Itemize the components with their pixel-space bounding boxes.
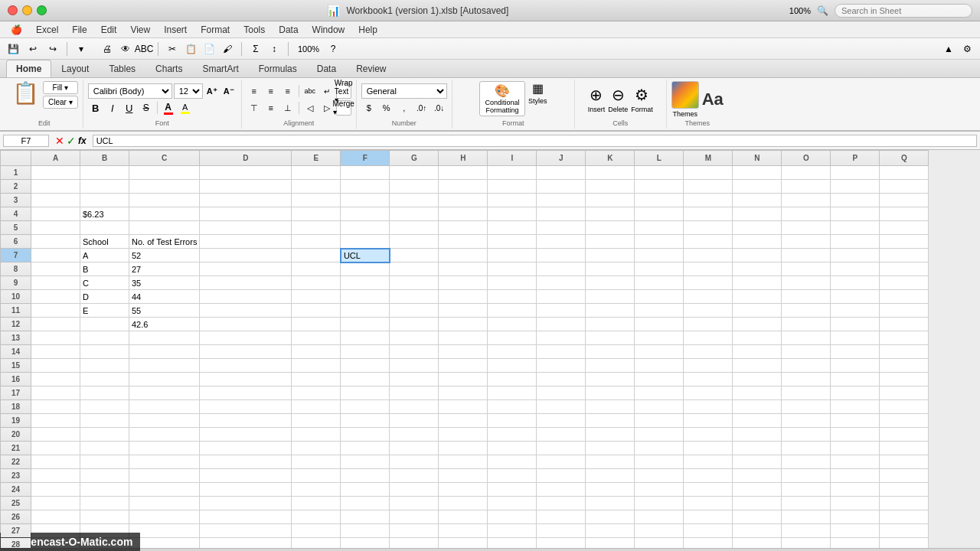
- cell-r20-c8[interactable]: [439, 428, 488, 442]
- cell-r10-c17[interactable]: [880, 290, 929, 304]
- cell-r6-c5[interactable]: [292, 235, 341, 249]
- decrease-decimal-button[interactable]: .0↓: [432, 100, 447, 116]
- cell-r20-c2[interactable]: [80, 428, 129, 442]
- cell-r10-c15[interactable]: [782, 290, 831, 304]
- cell-r13-c12[interactable]: [635, 331, 684, 345]
- cell-r14-c2[interactable]: [80, 345, 129, 359]
- cell-r7-c7[interactable]: [390, 249, 439, 262]
- cell-r16-c8[interactable]: [439, 373, 488, 386]
- cell-r25-c8[interactable]: [439, 497, 488, 510]
- cell-r19-c7[interactable]: [390, 414, 439, 428]
- row-header-27[interactable]: 27: [1, 524, 31, 538]
- strikethrough-button[interactable]: S: [139, 100, 154, 116]
- cell-r6-c7[interactable]: [390, 235, 439, 249]
- cell-r11-c16[interactable]: [831, 304, 880, 318]
- cell-r24-c15[interactable]: [782, 483, 831, 497]
- cell-r26-c9[interactable]: [488, 510, 537, 524]
- cell-r6-c4[interactable]: [200, 235, 292, 249]
- cell-r19-c14[interactable]: [733, 414, 782, 428]
- cell-r4-c1[interactable]: [31, 207, 80, 221]
- cell-r4-c17[interactable]: [880, 207, 929, 221]
- cell-r2-c13[interactable]: [684, 180, 733, 194]
- cell-r11-c9[interactable]: [488, 304, 537, 318]
- col-header-m[interactable]: M: [684, 151, 733, 166]
- cell-r1-c3[interactable]: [129, 166, 200, 180]
- col-header-a[interactable]: A: [31, 151, 80, 166]
- cell-r8-c1[interactable]: [31, 262, 80, 276]
- cell-r2-c9[interactable]: [488, 180, 537, 194]
- cell-r15-c17[interactable]: [880, 359, 929, 373]
- row-header-21[interactable]: 21: [1, 442, 31, 455]
- format-menu[interactable]: Format: [194, 23, 236, 37]
- col-header-i[interactable]: I: [488, 151, 537, 166]
- cell-r17-c5[interactable]: [292, 386, 341, 400]
- cell-r1-c7[interactable]: [390, 166, 439, 180]
- cell-r12-c15[interactable]: [782, 318, 831, 331]
- cell-r5-c15[interactable]: [782, 221, 831, 235]
- row-header-14[interactable]: 14: [1, 345, 31, 359]
- cell-r6-c12[interactable]: [635, 235, 684, 249]
- cell-r5-c16[interactable]: [831, 221, 880, 235]
- maximize-button[interactable]: [37, 5, 47, 15]
- cell-r28-c15[interactable]: [782, 538, 831, 549]
- cell-r9-c6[interactable]: [341, 276, 390, 290]
- cell-r23-c13[interactable]: [684, 469, 733, 483]
- cell-r18-c2[interactable]: [80, 400, 129, 414]
- paste-button[interactable]: 📋: [11, 81, 41, 106]
- print-button[interactable]: 🖨: [99, 41, 116, 57]
- cell-r11-c2[interactable]: E: [80, 304, 129, 318]
- row-header-5[interactable]: 5: [1, 221, 31, 235]
- cell-r17-c15[interactable]: [782, 386, 831, 400]
- align-center-button[interactable]: ≡: [263, 83, 279, 99]
- confirm-formula-icon[interactable]: ✓: [67, 135, 76, 147]
- row-header-24[interactable]: 24: [1, 483, 31, 497]
- cell-r26-c3[interactable]: [129, 510, 200, 524]
- cell-r11-c6[interactable]: [341, 304, 390, 318]
- col-header-e[interactable]: E: [292, 151, 341, 166]
- cell-r28-c14[interactable]: [733, 538, 782, 549]
- cell-r9-c17[interactable]: [880, 276, 929, 290]
- row-header-1[interactable]: 1: [1, 166, 31, 180]
- cell-r14-c3[interactable]: [129, 345, 200, 359]
- cell-r2-c14[interactable]: [733, 180, 782, 194]
- cell-r6-c8[interactable]: [439, 235, 488, 249]
- cell-r15-c1[interactable]: [31, 359, 80, 373]
- window-controls[interactable]: [8, 5, 47, 15]
- cell-r3-c6[interactable]: [341, 194, 390, 207]
- cell-r19-c3[interactable]: [129, 414, 200, 428]
- col-header-p[interactable]: P: [831, 151, 880, 166]
- cell-r10-c6[interactable]: [341, 290, 390, 304]
- cell-r23-c4[interactable]: [200, 469, 292, 483]
- italic-button[interactable]: I: [105, 100, 120, 116]
- cell-r2-c17[interactable]: [880, 180, 929, 194]
- tab-smartart[interactable]: SmartArt: [192, 60, 248, 77]
- zoom-level[interactable]: 100%: [294, 41, 323, 57]
- cell-r15-c3[interactable]: [129, 359, 200, 373]
- cell-r26-c6[interactable]: [341, 510, 390, 524]
- cell-r25-c9[interactable]: [488, 497, 537, 510]
- themes-button-label[interactable]: Themes: [672, 110, 697, 118]
- cell-r7-c4[interactable]: [200, 249, 292, 262]
- cell-r14-c1[interactable]: [31, 345, 80, 359]
- tab-data[interactable]: Data: [307, 60, 346, 77]
- cell-r25-c2[interactable]: [80, 497, 129, 510]
- row-header-25[interactable]: 25: [1, 497, 31, 510]
- cell-r14-c16[interactable]: [831, 345, 880, 359]
- cell-r25-c1[interactable]: [31, 497, 80, 510]
- col-header-j[interactable]: J: [537, 151, 586, 166]
- bold-button[interactable]: B: [88, 100, 103, 116]
- cell-r3-c12[interactable]: [635, 194, 684, 207]
- cell-r25-c12[interactable]: [635, 497, 684, 510]
- cell-r28-c10[interactable]: [537, 538, 586, 549]
- cell-r21-c9[interactable]: [488, 442, 537, 455]
- wrap-text-button[interactable]: ↵: [319, 83, 335, 99]
- cell-r19-c8[interactable]: [439, 414, 488, 428]
- cell-r12-c13[interactable]: [684, 318, 733, 331]
- cell-r1-c8[interactable]: [439, 166, 488, 180]
- cell-r5-c14[interactable]: [733, 221, 782, 235]
- cell-r22-c15[interactable]: [782, 455, 831, 469]
- cell-r19-c16[interactable]: [831, 414, 880, 428]
- cell-r7-c12[interactable]: [635, 249, 684, 262]
- cell-r21-c13[interactable]: [684, 442, 733, 455]
- cell-r25-c10[interactable]: [537, 497, 586, 510]
